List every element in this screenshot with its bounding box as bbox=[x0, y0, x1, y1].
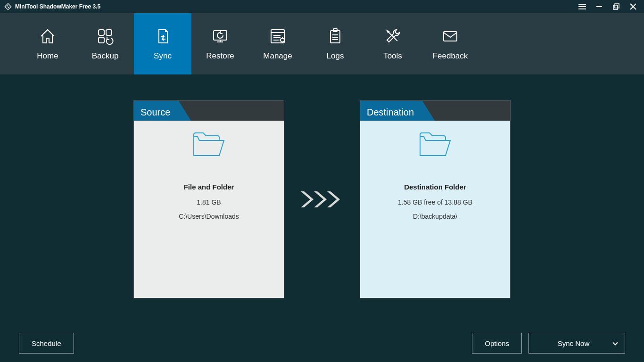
svg-point-19 bbox=[281, 38, 284, 42]
nav-label: Sync bbox=[154, 51, 172, 61]
nav-label: Logs bbox=[327, 51, 344, 61]
nav-restore[interactable]: Restore bbox=[191, 13, 249, 74]
source-header-label: Source bbox=[134, 101, 179, 121]
folder-open-icon bbox=[416, 129, 454, 164]
source-title: File and Folder bbox=[184, 183, 234, 191]
source-card[interactable]: Source File and Folder 1.81 GB C:\Users\… bbox=[133, 100, 284, 298]
nav-feedback[interactable]: Feedback bbox=[421, 13, 479, 74]
titlebar: MiniTool ShadowMaker Free 3.5 bbox=[0, 0, 644, 13]
sync-content: Source File and Folder 1.81 GB C:\Users\… bbox=[0, 74, 644, 324]
sync-now-label: Sync Now bbox=[558, 339, 590, 347]
svg-rect-26 bbox=[444, 32, 457, 41]
options-button[interactable]: Options bbox=[472, 333, 522, 354]
svg-rect-14 bbox=[271, 30, 284, 43]
svg-rect-5 bbox=[615, 4, 619, 8]
footer: Schedule Options Sync Now bbox=[0, 324, 644, 362]
nav-logs[interactable]: Logs bbox=[306, 13, 364, 74]
svg-rect-4 bbox=[613, 5, 618, 9]
app-logo-icon bbox=[4, 2, 12, 11]
chevron-down-icon bbox=[612, 339, 618, 347]
nav-label: Home bbox=[37, 51, 58, 61]
main-nav: Home Backup Sync bbox=[0, 13, 644, 74]
destination-header-label: Destination bbox=[360, 101, 422, 121]
nav-manage[interactable]: Manage bbox=[249, 13, 306, 74]
destination-path: D:\backupdata\ bbox=[413, 213, 457, 220]
nav-sync[interactable]: Sync bbox=[134, 13, 191, 74]
nav-label: Tools bbox=[383, 51, 402, 61]
manage-icon bbox=[268, 27, 287, 46]
nav-label: Restore bbox=[206, 51, 234, 61]
folder-open-icon bbox=[190, 129, 228, 164]
source-header: Source bbox=[134, 101, 284, 121]
svg-rect-10 bbox=[99, 37, 104, 43]
sync-now-button[interactable]: Sync Now bbox=[528, 333, 625, 354]
source-size: 1.81 GB bbox=[197, 198, 221, 206]
sync-icon bbox=[153, 27, 172, 46]
home-icon bbox=[38, 27, 57, 46]
nav-label: Backup bbox=[92, 51, 119, 61]
source-body: File and Folder 1.81 GB C:\Users\Downloa… bbox=[134, 121, 284, 298]
window-controls bbox=[575, 1, 640, 12]
menu-button[interactable] bbox=[575, 1, 589, 12]
backup-icon bbox=[96, 27, 115, 46]
arrows-icon bbox=[298, 188, 346, 211]
feedback-icon bbox=[441, 27, 460, 46]
maximize-button[interactable] bbox=[609, 1, 623, 12]
minimize-button[interactable] bbox=[592, 1, 606, 12]
destination-body: Destination Folder 1.58 GB free of 13.88… bbox=[360, 121, 510, 298]
app-title: MiniTool ShadowMaker Free 3.5 bbox=[15, 3, 100, 10]
destination-size: 1.58 GB free of 13.88 GB bbox=[398, 198, 472, 206]
nav-tools[interactable]: Tools bbox=[364, 13, 421, 74]
schedule-button[interactable]: Schedule bbox=[19, 333, 74, 354]
nav-label: Manage bbox=[263, 51, 292, 61]
nav-label: Feedback bbox=[433, 51, 468, 61]
nav-home[interactable]: Home bbox=[19, 13, 76, 74]
svg-rect-9 bbox=[106, 30, 112, 35]
close-button[interactable] bbox=[626, 1, 640, 12]
tools-icon bbox=[383, 27, 402, 46]
destination-card[interactable]: Destination Destination Folder 1.58 GB f… bbox=[360, 100, 511, 298]
source-path: C:\Users\Downloads bbox=[179, 213, 239, 220]
restore-icon bbox=[211, 27, 230, 46]
destination-title: Destination Folder bbox=[404, 183, 466, 191]
destination-header: Destination bbox=[360, 101, 510, 121]
nav-backup[interactable]: Backup bbox=[76, 13, 134, 74]
svg-rect-8 bbox=[99, 30, 104, 35]
logs-icon bbox=[326, 27, 345, 46]
